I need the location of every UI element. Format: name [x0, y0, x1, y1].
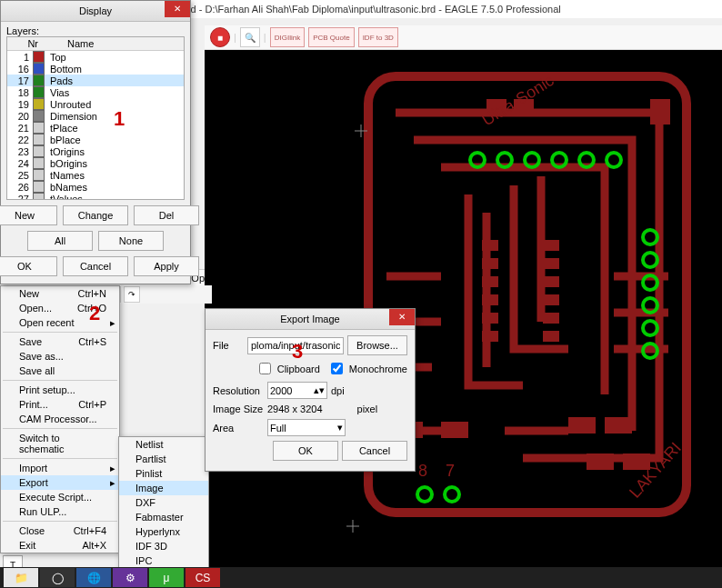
svg-rect-19 — [605, 417, 632, 434]
all-button[interactable]: All — [27, 231, 93, 251]
export-ipc[interactable]: IPC — [119, 553, 208, 568]
taskbar-app-1[interactable]: ◯ — [40, 568, 75, 587]
browse-button[interactable]: Browse... — [347, 335, 407, 355]
taskbar-app-5[interactable]: CS — [186, 568, 220, 587]
file-menu-export[interactable]: Export▸ — [1, 475, 119, 490]
svg-rect-6 — [482, 276, 498, 287]
monochrome-label: Monochrome — [349, 364, 407, 374]
export-submenu: NetlistPartlistPinlistImageDXFFabmasterH… — [118, 436, 209, 588]
layer-row[interactable]: 18Vias — [7, 86, 184, 98]
redo-icon[interactable]: ↷ — [124, 286, 140, 303]
stop-button[interactable]: ■ — [210, 27, 230, 47]
layer-list[interactable]: Nr Name 1Top16Bottom17Pads18Vias19Unrout… — [6, 36, 185, 200]
export-hyperlynx[interactable]: Hyperlynx — [119, 524, 208, 539]
layer-row[interactable]: 16Bottom — [7, 63, 184, 75]
zoom-button[interactable]: 🔍 — [240, 27, 260, 47]
export-partlist[interactable]: Partlist — [119, 452, 208, 466]
file-menu-open-recent[interactable]: Open recent▸ — [1, 315, 119, 330]
file-menu-import[interactable]: Import▸ — [1, 461, 119, 475]
pcbquote-button[interactable]: PCB Quote — [308, 27, 354, 47]
file-menu-save[interactable]: SaveCtrl+S — [1, 334, 119, 349]
layer-row[interactable]: 19Unrouted — [7, 98, 184, 110]
svg-rect-18 — [568, 417, 596, 434]
taskbar-app-2[interactable]: 🌐 — [76, 568, 111, 587]
close-icon[interactable]: ✕ — [389, 309, 415, 325]
file-menu-execute-script-[interactable]: Execute Script... — [1, 490, 119, 504]
menu-window[interactable]: Window — [230, 273, 275, 284]
new-button[interactable]: New — [0, 205, 57, 225]
svg-rect-9 — [482, 331, 498, 342]
file-menu-close[interactable]: CloseCtrl+F4 — [1, 523, 119, 538]
layer-row[interactable]: 26bNames — [7, 181, 184, 193]
resolution-label: Resolution — [213, 385, 264, 396]
export-cancel-button[interactable]: Cancel — [342, 441, 407, 461]
annotation-3: 3 — [292, 340, 303, 364]
close-icon[interactable]: ✕ — [165, 1, 190, 17]
export-fabmaster[interactable]: Fabmaster — [119, 510, 208, 524]
file-menu-open-[interactable]: Open...Ctrl+O — [1, 301, 119, 315]
cancel-button[interactable]: Cancel — [63, 256, 128, 276]
monochrome-checkbox[interactable] — [331, 363, 343, 374]
none-button[interactable]: None — [98, 231, 164, 251]
pixel-label: pixel — [357, 404, 378, 414]
file-menu-new[interactable]: NewCtrl+N — [1, 286, 119, 301]
annotation-1: 1 — [114, 107, 125, 131]
svg-rect-7 — [482, 294, 498, 305]
taskbar-app-4[interactable]: μ — [149, 568, 184, 587]
svg-rect-3 — [650, 99, 670, 125]
area-select[interactable]: Full▾ — [267, 419, 346, 436]
layer-row[interactable]: 17Pads — [7, 75, 184, 86]
layer-row[interactable]: 20Dimension — [7, 110, 184, 122]
taskbar: 📁◯🌐⚙μCS — [0, 567, 722, 588]
export-dxf[interactable]: DXF — [119, 495, 208, 510]
layer-row[interactable]: 24bOrigins — [7, 157, 184, 169]
export-image[interactable]: Image — [119, 481, 208, 495]
file-menu-run-ulp-[interactable]: Run ULP... — [1, 504, 119, 519]
layer-row[interactable]: 25tNames — [7, 169, 184, 181]
export-netlist[interactable]: Netlist — [119, 437, 208, 452]
taskbar-app-3[interactable]: ⚙ — [113, 568, 147, 587]
change-button[interactable]: Change — [63, 205, 128, 225]
file-menu-cam-processor-[interactable]: CAM Processor... — [1, 412, 119, 426]
export-image-dialog: Export Image ✕ File Browse... Clipboard … — [205, 308, 416, 472]
svg-rect-15 — [543, 331, 559, 342]
apply-button[interactable]: Apply — [134, 256, 199, 276]
imagesize-value: 2948 x 3204 — [267, 404, 323, 414]
layer-row[interactable]: 27tValues — [7, 193, 184, 200]
imagesize-label: Image Size — [213, 404, 264, 414]
layer-row[interactable]: 1Top — [7, 51, 184, 63]
taskbar-app-0[interactable]: 📁 — [4, 568, 38, 587]
svg-rect-8 — [482, 313, 498, 324]
layer-row[interactable]: 22bPlace — [7, 134, 184, 145]
export-ok-button[interactable]: OK — [273, 441, 338, 461]
digilink-button[interactable]: DIGIlink — [270, 27, 305, 47]
export-pinlist[interactable]: Pinlist — [119, 466, 208, 481]
layers-label: Layers: — [6, 25, 39, 36]
del-button[interactable]: Del — [134, 205, 199, 225]
clipboard-label: Clipboard — [277, 364, 320, 374]
area-label: Area — [213, 423, 264, 434]
layer-row[interactable]: 21tPlace — [7, 122, 184, 134]
main-toolbar: ■ | 🔍 | DIGIlink PCB Quote IDF to 3D — [205, 25, 722, 50]
resolution-input[interactable]: 2000▴▾ — [267, 382, 327, 399]
file-menu-print-[interactable]: Print...Ctrl+P — [1, 397, 119, 412]
display-title[interactable]: Display ✕ — [1, 1, 190, 22]
ok-button[interactable]: OK — [0, 256, 57, 276]
display-dialog: Display ✕ Layers: Nr Name 1Top16Bottom17… — [0, 0, 191, 284]
file-label: File — [213, 340, 244, 351]
file-menu-save-as-[interactable]: Save as... — [1, 349, 119, 364]
svg-point-35 — [445, 487, 459, 502]
svg-rect-14 — [543, 313, 559, 324]
file-menu-save-all[interactable]: Save all — [1, 364, 119, 378]
layer-row[interactable]: 23tOrigins — [7, 145, 184, 157]
export-idf-3d[interactable]: IDF 3D — [119, 539, 208, 553]
dpi-label: dpi — [331, 385, 345, 396]
silk-7: 7 — [446, 462, 455, 480]
svg-rect-12 — [543, 276, 559, 287]
file-menu-switch-to-schematic[interactable]: Switch to schematic — [1, 431, 119, 456]
file-menu-print-setup-[interactable]: Print setup... — [1, 383, 119, 397]
idf3d-button[interactable]: IDF to 3D — [358, 27, 398, 47]
clipboard-checkbox[interactable] — [259, 363, 271, 374]
export-title[interactable]: Export Image ✕ — [206, 309, 415, 330]
file-menu-exit[interactable]: ExitAlt+X — [1, 538, 119, 553]
